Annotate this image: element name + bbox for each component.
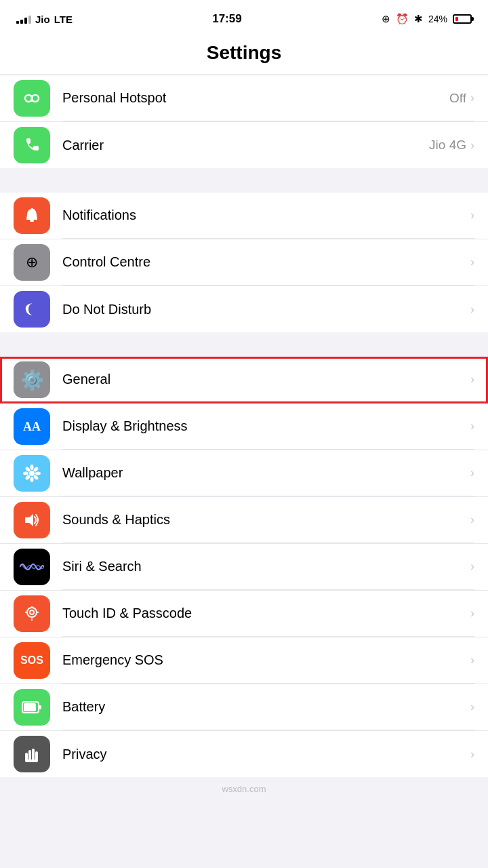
item-content-notifications: Notifications› <box>62 193 474 239</box>
item-content-general: General› <box>62 357 474 403</box>
location-icon: ⊕ <box>382 13 390 25</box>
item-label-privacy: Privacy <box>62 747 107 762</box>
network-type: LTE <box>54 14 73 25</box>
svg-point-5 <box>30 465 34 470</box>
svg-point-7 <box>23 472 28 475</box>
settings-item-display-brightness[interactable]: AADisplay & Brightness› <box>0 403 488 450</box>
settings-item-touch-id-passcode[interactable]: Touch ID & Passcode› <box>0 591 488 637</box>
settings-item-privacy[interactable]: Privacy› <box>0 731 488 777</box>
svg-point-6 <box>30 477 34 482</box>
settings-container: Personal HotspotOff› CarrierJio 4G› Noti… <box>0 75 488 777</box>
item-label-display-brightness: Display & Brightness <box>62 418 188 434</box>
svg-point-8 <box>35 472 41 475</box>
settings-item-carrier[interactable]: CarrierJio 4G› <box>0 122 488 168</box>
settings-item-wallpaper[interactable]: Wallpaper› <box>0 450 488 497</box>
item-content-do-not-disturb: Do Not Disturb› <box>62 286 474 332</box>
status-left: Jio LTE <box>16 14 73 25</box>
status-right: ⊕ ⏰ ✱ 24% <box>382 13 472 25</box>
item-label-do-not-disturb: Do Not Disturb <box>62 302 151 317</box>
svg-rect-17 <box>24 703 36 711</box>
svg-rect-18 <box>39 705 41 709</box>
item-right-general: › <box>470 372 474 387</box>
svg-point-15 <box>30 610 34 614</box>
item-content-battery: Battery› <box>62 684 474 730</box>
icon-sounds-haptics <box>14 502 50 538</box>
item-content-touch-id-passcode: Touch ID & Passcode› <box>62 591 474 637</box>
settings-item-notifications[interactable]: Notifications› <box>0 193 488 239</box>
settings-group-system1: Notifications›⊕Control Centre› Do Not Di… <box>0 193 488 332</box>
item-label-sounds-haptics: Sounds & Haptics <box>62 512 170 528</box>
svg-rect-21 <box>32 749 35 761</box>
item-content-personal-hotspot: Personal HotspotOff› <box>62 75 474 121</box>
alarm-icon: ⏰ <box>396 13 409 25</box>
status-time: 17:59 <box>212 12 241 26</box>
item-right-personal-hotspot: Off› <box>449 91 474 106</box>
item-label-carrier: Carrier <box>62 138 104 153</box>
item-right-privacy: › <box>470 747 474 762</box>
chevron-carrier: › <box>470 138 474 153</box>
icon-touch-id-passcode <box>14 595 50 632</box>
item-content-siri-search: Siri & Search› <box>62 544 474 590</box>
settings-item-emergency-sos[interactable]: SOSEmergency SOS› <box>0 637 488 684</box>
chevron-do-not-disturb: › <box>470 302 474 317</box>
svg-rect-23 <box>25 760 38 762</box>
item-value-carrier: Jio 4G <box>429 138 466 153</box>
signal-bars <box>16 14 31 24</box>
chevron-general: › <box>470 372 474 387</box>
settings-item-personal-hotspot[interactable]: Personal HotspotOff› <box>0 75 488 122</box>
icon-siri-search <box>14 549 50 585</box>
svg-rect-2 <box>30 220 34 222</box>
icon-display-brightness: AA <box>14 408 50 445</box>
icon-personal-hotspot <box>14 80 50 117</box>
item-right-battery: › <box>470 700 474 714</box>
settings-item-sounds-haptics[interactable]: Sounds & Haptics› <box>0 497 488 544</box>
status-bar: Jio LTE 17:59 ⊕ ⏰ ✱ 24% <box>0 0 488 34</box>
settings-item-battery[interactable]: Battery› <box>0 684 488 731</box>
item-right-wallpaper: › <box>470 466 474 480</box>
item-label-general: General <box>62 372 110 387</box>
settings-item-control-centre[interactable]: ⊕Control Centre› <box>0 239 488 286</box>
settings-group-connectivity: Personal HotspotOff› CarrierJio 4G› <box>0 75 488 168</box>
item-right-notifications: › <box>470 208 474 222</box>
settings-item-do-not-disturb[interactable]: Do Not Disturb› <box>0 286 488 332</box>
item-value-personal-hotspot: Off <box>449 91 466 106</box>
item-label-control-centre: Control Centre <box>62 254 150 270</box>
item-label-touch-id-passcode: Touch ID & Passcode <box>62 606 192 621</box>
battery-indicator <box>453 14 472 24</box>
icon-control-centre: ⊕ <box>14 244 50 281</box>
chevron-touch-id-passcode: › <box>470 606 474 620</box>
chevron-battery: › <box>470 700 474 714</box>
carrier-label: Jio <box>35 14 50 25</box>
group-separator <box>0 332 488 357</box>
icon-notifications <box>14 197 50 234</box>
battery-percent: 24% <box>428 14 447 24</box>
svg-point-4 <box>29 471 35 476</box>
item-content-wallpaper: Wallpaper› <box>62 450 474 496</box>
icon-general: ⚙️ <box>14 361 50 398</box>
chevron-sounds-haptics: › <box>470 513 474 527</box>
item-content-control-centre: Control Centre› <box>62 239 474 285</box>
bluetooth-icon: ✱ <box>414 13 423 25</box>
icon-privacy <box>14 736 50 772</box>
chevron-display-brightness: › <box>470 419 474 433</box>
item-content-carrier: CarrierJio 4G› <box>62 122 474 168</box>
item-right-emergency-sos: › <box>470 653 474 667</box>
icon-battery <box>14 689 50 726</box>
icon-emergency-sos: SOS <box>14 642 50 679</box>
settings-item-general[interactable]: ⚙️General› <box>0 357 488 403</box>
chevron-control-centre: › <box>470 255 474 269</box>
item-right-carrier: Jio 4G› <box>429 138 474 153</box>
group-separator <box>0 168 488 193</box>
item-label-emergency-sos: Emergency SOS <box>62 652 163 668</box>
item-label-notifications: Notifications <box>62 208 136 223</box>
item-right-display-brightness: › <box>470 419 474 433</box>
item-label-siri-search: Siri & Search <box>62 559 142 574</box>
item-content-sounds-haptics: Sounds & Haptics› <box>62 497 474 543</box>
item-label-personal-hotspot: Personal Hotspot <box>62 90 166 106</box>
chevron-notifications: › <box>470 208 474 222</box>
item-right-sounds-haptics: › <box>470 513 474 527</box>
item-right-control-centre: › <box>470 255 474 269</box>
icon-wallpaper <box>14 455 50 492</box>
settings-item-siri-search[interactable]: Siri & Search› <box>0 544 488 591</box>
chevron-siri-search: › <box>470 559 474 574</box>
